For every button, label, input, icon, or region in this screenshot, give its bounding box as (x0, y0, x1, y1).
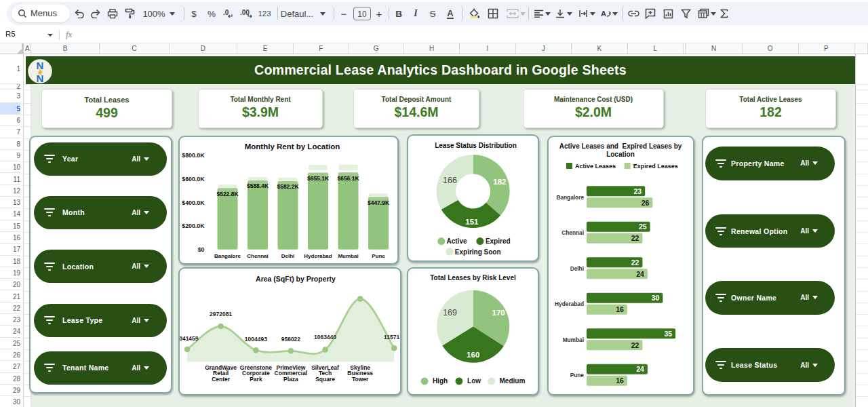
svg-text:170: 170 (492, 309, 505, 317)
svg-text:Lease Status Distribution: Lease Status Distribution (435, 142, 517, 149)
svg-text:Tower: Tower (352, 376, 369, 383)
svg-text:Park: Park (250, 376, 262, 383)
svg-text:1041459: 1041459 (180, 335, 199, 342)
svg-text:$800.0K: $800.0K (182, 152, 205, 159)
svg-text:160: 160 (467, 351, 479, 359)
svg-text:$400.0K: $400.0K (182, 199, 205, 206)
svg-text:16: 16 (616, 305, 624, 313)
svg-text:16: 16 (616, 376, 624, 385)
svg-text:35: 35 (664, 330, 672, 338)
svg-text:$0: $0 (198, 246, 205, 253)
svg-text:23: 23 (634, 187, 642, 195)
svg-text:Low: Low (467, 377, 481, 385)
svg-text:$522.8K: $522.8K (216, 191, 239, 197)
svg-text:Hyderabad: Hyderabad (555, 301, 584, 307)
svg-text:1004493: 1004493 (245, 336, 267, 343)
svg-text:$600.0K: $600.0K (182, 176, 205, 182)
svg-text:Total Leases by Risk Level: Total Leases by Risk Level (430, 274, 516, 282)
svg-text:Area (SqFt) by Property: Area (SqFt) by Property (256, 275, 336, 283)
svg-text:.0: .0 (223, 9, 229, 16)
svg-text:22: 22 (631, 234, 639, 242)
svg-text:Delhi: Delhi (570, 265, 584, 272)
svg-text:Expired Leases: Expired Leases (633, 163, 678, 170)
svg-text:22: 22 (631, 258, 639, 267)
svg-text:Chennai: Chennai (247, 253, 269, 259)
svg-text:Mumbai: Mumbai (338, 253, 358, 259)
svg-text:22: 22 (631, 341, 639, 349)
svg-text:$656.1K: $656.1K (337, 175, 359, 182)
svg-text:Expiring Soon: Expiring Soon (455, 248, 501, 256)
svg-text:Expired: Expired (486, 237, 511, 245)
svg-text:11571: 11571 (384, 334, 399, 341)
svg-text:Medium: Medium (500, 377, 526, 385)
svg-text:$588.4K: $588.4K (247, 182, 269, 189)
svg-text:166: 166 (443, 176, 457, 185)
svg-text:Bangalore: Bangalore (556, 194, 584, 201)
svg-text:Center: Center (212, 376, 231, 383)
svg-text:High: High (433, 377, 448, 385)
svg-text:Mumbai: Mumbai (563, 336, 584, 343)
svg-text:Chennai: Chennai (561, 229, 584, 236)
svg-text:24: 24 (636, 365, 644, 373)
svg-text:Active Leases: Active Leases (575, 163, 616, 170)
svg-text:$447.9K: $447.9K (368, 199, 390, 206)
svg-text:1063440: 1063440 (314, 334, 336, 341)
svg-text:Active Leases and Expired Lea: Active Leases and Expired Leases by (559, 142, 682, 150)
svg-text:Square: Square (315, 376, 335, 383)
svg-text:$200.0K: $200.0K (182, 222, 205, 229)
svg-text:A: A (601, 9, 606, 18)
svg-text:$655.1K: $655.1K (307, 175, 330, 182)
svg-text:Pune: Pune (570, 372, 585, 379)
svg-text:Active: Active (447, 237, 467, 245)
svg-text:$582.2K: $582.2K (277, 183, 299, 190)
svg-text:Pune: Pune (372, 253, 385, 259)
svg-text:Location: Location (606, 151, 635, 158)
svg-text:169: 169 (443, 308, 457, 317)
svg-text:Monthly Rent by Location: Monthly Rent by Location (245, 142, 340, 151)
svg-text:25: 25 (639, 222, 647, 231)
svg-text:Bangalore: Bangalore (214, 253, 241, 259)
svg-text:2972081: 2972081 (210, 311, 232, 317)
svg-text:Plaza: Plaza (283, 376, 298, 383)
svg-text:26: 26 (642, 199, 650, 207)
svg-text:Hyderabad: Hyderabad (304, 253, 332, 259)
svg-text:30: 30 (652, 294, 660, 302)
svg-text:151: 151 (465, 218, 479, 226)
svg-text:24: 24 (636, 270, 644, 278)
svg-text:956022: 956022 (281, 336, 301, 343)
svg-text:182: 182 (493, 178, 506, 186)
svg-text:Delhi: Delhi (281, 253, 295, 259)
